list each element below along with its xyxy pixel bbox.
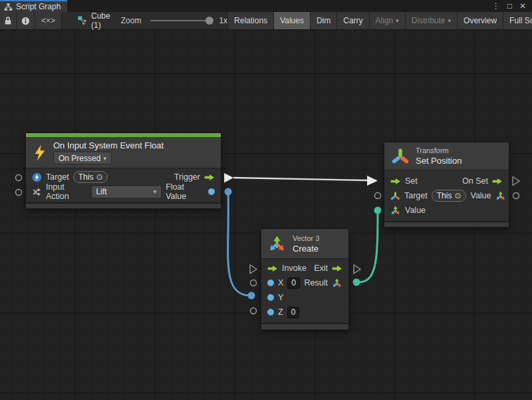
graph-target-button[interactable]: Cube (1) (78, 12, 110, 29)
transform-node-header[interactable]: Transform Set Position (384, 142, 509, 170)
result-vector-icon[interactable] (332, 278, 342, 288)
event-mode-value: On Pressed (59, 154, 100, 163)
vector3-y-row: Y (261, 290, 348, 305)
transform-node-body: Set On Set Target This ⊙ Value (384, 170, 509, 220)
overview-button[interactable]: Overview (458, 12, 503, 29)
y-label: Y (278, 293, 283, 302)
y-port-connected[interactable] (248, 292, 255, 300)
zoom-slider[interactable] (150, 20, 210, 21)
value-out-vector-icon[interactable] (495, 190, 506, 201)
script-graph-icon (78, 16, 87, 25)
event-target-port[interactable] (16, 175, 22, 181)
y-dot-icon[interactable] (267, 294, 274, 301)
dim-button[interactable]: Dim (311, 12, 337, 29)
invoke-port[interactable] (250, 265, 257, 274)
floatvalue-to-y-wire[interactable] (228, 192, 250, 296)
float-value-port-connected[interactable] (225, 188, 232, 196)
transform-target-this-button[interactable]: This ⊙ (432, 190, 467, 202)
window-controls: ⋮ □ ✕ (492, 0, 532, 12)
transform-value-out-port[interactable] (513, 193, 519, 199)
value-in-label: Value (405, 206, 426, 215)
node-vector3-create[interactable]: Vector 3 Create Invoke Exit X 0 (261, 228, 349, 330)
event-mode-caret-icon: ▾ (103, 155, 106, 162)
lock-button[interactable] (0, 12, 17, 29)
graph-toolbar: <×> Cube (1) Zoom 1x Relations Values Di… (0, 12, 532, 30)
x-dot-icon[interactable] (267, 280, 274, 286)
event-node-header[interactable]: On Input System Event Float On Pressed ▾ (26, 137, 221, 168)
trigger-flow-arrow-icon[interactable] (204, 174, 215, 181)
invoke-flow-arrow-icon[interactable] (267, 265, 278, 272)
float-value-label: Float Value (166, 182, 204, 201)
align-button[interactable]: Align ▾ (370, 12, 406, 29)
tab-title: Script Graph (16, 2, 61, 11)
transform-target-row: Target This ⊙ Value (384, 188, 509, 203)
value-out-label: Value (470, 191, 491, 200)
value-in-port-connected[interactable] (374, 207, 382, 214)
x-value-field[interactable]: 0 (287, 278, 300, 289)
trigger-to-set-wire[interactable] (233, 178, 368, 180)
window-close-icon[interactable]: ✕ (519, 1, 526, 11)
transform-mini-icon (390, 191, 400, 201)
vector3-x-row: X 0 Result (261, 276, 348, 290)
result-to-value-wire[interactable] (356, 212, 378, 282)
x-label: X (278, 278, 283, 288)
visual-scripting-window: Script Graph ⋮ □ ✕ <×> Cube (1) Zoom 1x (0, 0, 532, 400)
transform-target-port[interactable] (375, 193, 381, 199)
tab-script-graph[interactable]: Script Graph (0, 0, 67, 12)
transform-set-row: Set On Set (384, 174, 509, 188)
on-set-port[interactable] (513, 177, 519, 186)
transform-target-value: This (437, 191, 452, 200)
info-button[interactable] (17, 12, 35, 29)
relations-button[interactable]: Relations (227, 12, 274, 29)
event-target-value: This (78, 172, 94, 182)
result-port-connected[interactable] (353, 279, 360, 286)
set-flow-arrow-icon[interactable] (390, 178, 401, 185)
z-value-field[interactable]: 0 (287, 307, 300, 318)
input-action-icon (32, 187, 42, 197)
code-preview-button[interactable]: <×> (35, 12, 62, 29)
input-action-dropdown[interactable]: Lift ▾ (91, 186, 162, 198)
vector3-node-header[interactable]: Vector 3 Create (261, 229, 348, 259)
graph-target-label: Cube (1) (91, 11, 110, 30)
lock-icon (4, 16, 12, 25)
carry-button[interactable]: Carry (337, 12, 369, 29)
event-action-label: Input Action (46, 182, 87, 201)
full-screen-button[interactable]: Full Screen (503, 12, 532, 29)
node-on-input-system-event-float[interactable]: On Input System Event Float On Pressed ▾… (25, 132, 221, 209)
window-maximize-icon[interactable]: □ (507, 1, 512, 11)
exit-port[interactable] (354, 265, 360, 274)
distribute-button[interactable]: Distribute ▾ (406, 12, 458, 29)
align-caret-icon: ▾ (396, 17, 399, 24)
graph-canvas[interactable]: On Input System Event Float On Pressed ▾… (0, 30, 532, 400)
trigger-label: Trigger (174, 172, 200, 182)
align-label: Align (376, 16, 394, 25)
z-dot-icon[interactable] (267, 309, 274, 315)
zoom-slider-handle[interactable] (205, 17, 213, 25)
event-action-port[interactable] (16, 190, 22, 196)
vector3-node-body: Invoke Exit X 0 Result (261, 259, 348, 321)
transform-node-footer (384, 221, 509, 227)
node-transform-set-position[interactable]: Transform Set Position Set On Set Target (384, 142, 509, 228)
set-port-arrowhead[interactable] (367, 176, 378, 186)
vector3-invoke-row: Invoke Exit (261, 261, 348, 276)
vector3-z-row: Z 0 (261, 305, 348, 319)
values-button[interactable]: Values (274, 12, 311, 29)
exit-label: Exit (314, 264, 328, 273)
event-node-title: On Input System Event Float (53, 140, 164, 150)
transform-icon (391, 147, 410, 166)
event-mode-dropdown[interactable]: On Pressed ▾ (53, 152, 112, 164)
window-menu-icon[interactable]: ⋮ (492, 1, 500, 11)
event-target-this-button[interactable]: This ⊙ (73, 171, 108, 183)
lightning-bolt-icon (33, 144, 47, 162)
exit-flow-arrow-icon[interactable] (332, 265, 342, 272)
event-node-footer (26, 202, 221, 208)
value-in-vector-icon (390, 205, 401, 216)
vector3-node-category: Vector 3 (293, 234, 319, 242)
zoom-control: Zoom 1x (121, 12, 227, 29)
on-set-flow-arrow-icon[interactable] (492, 178, 503, 185)
vector-z-port[interactable] (251, 308, 257, 314)
trigger-port-connected[interactable] (224, 173, 233, 183)
vector-x-port[interactable] (251, 280, 257, 286)
result-label: Result (305, 278, 328, 288)
float-value-dot-icon[interactable] (208, 188, 215, 195)
